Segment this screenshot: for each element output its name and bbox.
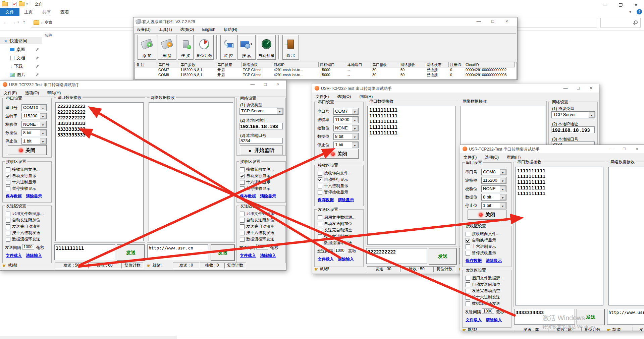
chevron-down-icon[interactable]: ▼ <box>40 122 46 127</box>
data-bits-select[interactable]: 8 bit▼ <box>21 129 47 136</box>
protocol-select[interactable]: TCP Server▼ <box>551 111 595 118</box>
checkbox-clear-after-send[interactable]: 发送完自动清空 <box>466 288 500 293</box>
menu-help[interactable]: 帮助(H) <box>220 25 241 33</box>
parity-select[interactable]: NONE▼ <box>21 121 47 128</box>
help-icon[interactable]: ? <box>637 9 642 14</box>
col-com-state[interactable]: 串口状态 <box>216 62 241 67</box>
data-bits-select[interactable]: 8 bit▼ <box>481 194 506 201</box>
clear-display-link[interactable]: 清除显示 <box>486 258 502 264</box>
reset-count-button[interactable]: 复位计数 <box>581 327 603 331</box>
checkbox-file-source[interactable]: 启用文件数据源... <box>466 276 503 281</box>
maximize-button[interactable]: □ <box>618 146 630 152</box>
tab-home[interactable]: 主页 <box>19 8 38 16</box>
qat-customize-icon[interactable]: ▾ <box>26 2 28 6</box>
clear-input-link[interactable]: 清除输入 <box>260 253 276 259</box>
monitor-button[interactable]: 监 控 <box>220 35 236 60</box>
table-row[interactable]: COM8 115200,N,8,1 开启 TCP Client 4291.cns… <box>135 72 517 77</box>
col-cloud-id[interactable]: CloudID <box>464 62 515 67</box>
checkbox-pause-recv[interactable]: 暂停接收显示 <box>240 186 270 191</box>
checkbox-file-source[interactable]: 启用文件数据源... <box>240 211 278 216</box>
sidebar-item-quick-access[interactable]: ★ 快速访问 <box>0 37 42 44</box>
maximize-button[interactable]: □ <box>259 81 271 88</box>
checkbox-file-source[interactable]: 启用文件数据源... <box>6 211 44 216</box>
table-row[interactable]: COM7 115200,N,8,1 开启 TCP Client 4291.cns… <box>135 67 517 72</box>
save-data-link[interactable]: 保存数据 <box>466 258 482 264</box>
checkbox-recv-to-file[interactable]: 接收转向文件... <box>240 167 274 172</box>
stop-bits-select[interactable]: 1 bit▼ <box>333 142 359 148</box>
serial-send-button[interactable]: 发送 <box>429 248 457 265</box>
connect-button[interactable]: 连 接 <box>178 35 194 60</box>
net-rx-area[interactable] <box>149 102 233 241</box>
chevron-down-icon[interactable]: ▼ <box>40 130 46 135</box>
com-port-select[interactable]: COM7▼ <box>333 108 359 115</box>
close-button[interactable]: × <box>585 85 597 92</box>
maximize-button[interactable]: □ <box>572 85 584 92</box>
checkbox-auto-newline[interactable]: 自动换行显示 <box>240 173 270 178</box>
up-icon[interactable]: ↑ <box>23 19 25 25</box>
minimize-button[interactable]: — <box>559 85 572 92</box>
checkbox-pause-recv[interactable]: 暂停接收显示 <box>466 250 496 256</box>
serial-send-input[interactable]: 1111111111 <box>54 244 115 260</box>
chevron-down-icon[interactable]: ▼ <box>40 105 46 110</box>
col-net-rx[interactable]: 网络接收 <box>399 62 425 67</box>
maximize-button[interactable]: □ <box>487 18 499 25</box>
checkbox-auto-append[interactable]: 自动发送附加位 <box>466 282 500 287</box>
checkbox-pause-recv[interactable]: 暂停接收显示 <box>318 190 348 195</box>
minimize-button[interactable]: — <box>247 81 259 88</box>
chevron-down-icon[interactable]: ▼ <box>352 125 358 131</box>
sidebar-item-pictures[interactable]: 图片 <box>0 71 42 78</box>
clear-display-link[interactable]: 清除显示 <box>338 197 354 203</box>
data-bits-select[interactable]: 8 bit▼ <box>333 133 359 140</box>
serial-rx-area[interactable]: 1111111111 1111111111 1111111111 1111111… <box>367 106 455 245</box>
checkbox-auto-newline[interactable]: 自动换行显示 <box>318 177 348 182</box>
net-send-button[interactable]: 发送 <box>211 244 235 261</box>
net-rx-area[interactable] <box>608 167 644 305</box>
col-com-rx[interactable]: 串口接收 <box>371 62 399 67</box>
col-target-ip[interactable]: 目标IP <box>272 62 319 67</box>
tab-file[interactable]: 文件 <box>0 8 19 16</box>
sidebar-item-desktop[interactable]: 桌面 <box>0 46 42 53</box>
close-serial-button[interactable]: 关闭 <box>468 210 506 220</box>
close-button[interactable]: × <box>272 81 284 88</box>
checkbox-auto-newline[interactable]: 自动换行显示 <box>6 173 36 178</box>
interval-input[interactable]: 1000 <box>482 308 494 314</box>
chevron-down-icon[interactable]: ▼ <box>352 134 358 139</box>
clear-display-link[interactable]: 清除显示 <box>260 193 276 199</box>
checkbox-loop-send[interactable]: 数据流循环发送 <box>240 237 274 242</box>
reset-count-button[interactable]: 复位计数 <box>433 266 455 272</box>
net-send-input[interactable]: http://www.usr.cn <box>607 309 644 325</box>
minimize-button[interactable]: — <box>605 146 618 152</box>
load-file-link[interactable]: 文件载入 <box>240 253 256 259</box>
serial-send-button[interactable]: 发送 <box>577 309 605 325</box>
close-serial-button[interactable]: 关闭 <box>8 145 47 155</box>
checkbox-auto-append[interactable]: 自动发送附加位 <box>318 221 352 226</box>
interval-input[interactable]: 1000 <box>334 248 346 253</box>
load-file-link[interactable]: 文件载入 <box>318 257 334 262</box>
interval-input[interactable]: 1000 <box>22 244 34 249</box>
chevron-down-icon[interactable]: ▼ <box>277 108 283 114</box>
com-port-select[interactable]: COM10▼ <box>21 104 47 111</box>
checkbox-hex-send[interactable]: 按十六进制发送 <box>466 295 500 300</box>
load-file-link[interactable]: 文件载入 <box>466 317 482 323</box>
chevron-down-icon[interactable]: ▼ <box>500 169 506 175</box>
serial-rx-area[interactable]: 2222222222 2222222222 2222222222 3333333… <box>55 102 144 241</box>
net-send-input[interactable]: http://www.usr.cn <box>147 244 208 260</box>
serial-send-button[interactable]: 发送 <box>117 244 145 261</box>
menu-options[interactable]: 选项(O) <box>334 93 354 100</box>
checkbox-auto-append[interactable]: 自动发送附加位 <box>240 218 274 223</box>
checkbox-hex-display[interactable]: 十六进制显示 <box>466 244 496 249</box>
net-reset-count-button[interactable]: 复位计数 <box>224 263 246 269</box>
checkbox-pause-recv[interactable]: 暂停接收显示 <box>6 186 36 191</box>
serial-send-input[interactable]: 2222222222 <box>366 248 427 264</box>
delete-button[interactable]: 删 除 <box>158 35 176 60</box>
com-port-select[interactable]: COM8▼ <box>481 169 506 175</box>
clear-input-link[interactable]: 清除输入 <box>26 253 42 259</box>
menu-options[interactable]: 选项(O) <box>177 25 197 33</box>
local-ip-field[interactable]: 192.168. 18 .193 <box>551 126 595 133</box>
col-net-state[interactable]: 网络状态 <box>425 62 449 67</box>
checkbox-clear-after-send[interactable]: 发送完自动清空 <box>6 224 40 229</box>
chevron-down-icon[interactable]: ▼ <box>40 138 46 144</box>
col-remark[interactable]: 备 注 <box>135 62 157 67</box>
breadcrumb[interactable]: 空白 <box>45 20 53 25</box>
auto-create-button[interactable]: 自动创建 <box>257 35 276 60</box>
